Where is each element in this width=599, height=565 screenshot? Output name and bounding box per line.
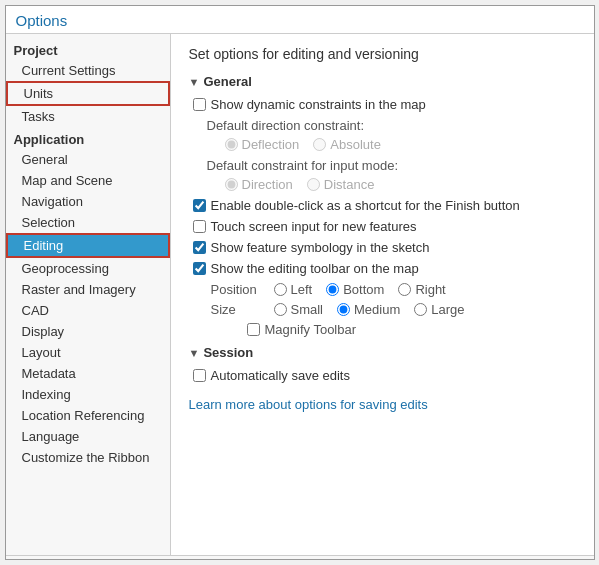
direction-mode-label: Direction bbox=[242, 177, 293, 192]
size-small-text: Small bbox=[291, 302, 324, 317]
distance-radio[interactable] bbox=[307, 178, 320, 191]
dialog-titlebar: Options bbox=[6, 6, 594, 34]
deflection-radio[interactable] bbox=[225, 138, 238, 151]
absolute-radio[interactable] bbox=[313, 138, 326, 151]
learn-more-link[interactable]: Learn more about options for saving edit… bbox=[189, 397, 428, 412]
show-dynamic-constraints-label[interactable]: Show dynamic constraints in the map bbox=[211, 97, 426, 112]
sidebar-item-language[interactable]: Language bbox=[6, 426, 170, 447]
direction-radio-group: Deflection Absolute bbox=[189, 137, 576, 152]
sidebar-item-geoprocessing[interactable]: Geoprocessing bbox=[6, 258, 170, 279]
session-collapse-arrow: ▼ bbox=[189, 347, 200, 359]
sidebar-item-editing[interactable]: Editing bbox=[6, 233, 170, 258]
touch-screen-row: Touch screen input for new features bbox=[189, 219, 576, 234]
dialog-body: Project Current Settings Units Tasks App… bbox=[6, 34, 594, 555]
enable-double-click-label[interactable]: Enable double-click as a shortcut for th… bbox=[211, 198, 520, 213]
position-right-radio[interactable] bbox=[398, 283, 411, 296]
sidebar-item-map-and-scene[interactable]: Map and Scene bbox=[6, 170, 170, 191]
position-bottom-radio[interactable] bbox=[326, 283, 339, 296]
auto-save-row: Automatically save edits bbox=[189, 368, 576, 383]
sidebar-item-display[interactable]: Display bbox=[6, 321, 170, 342]
general-section-header[interactable]: ▼ General bbox=[189, 74, 576, 89]
dialog-footer bbox=[6, 555, 594, 559]
position-left-text: Left bbox=[291, 282, 313, 297]
deflection-radio-label[interactable]: Deflection bbox=[225, 137, 300, 152]
absolute-label: Absolute bbox=[330, 137, 381, 152]
default-direction-label: Default direction constraint: bbox=[189, 118, 576, 133]
session-section-header[interactable]: ▼ Session bbox=[189, 345, 576, 360]
magnify-toolbar-row: Magnify Toolbar bbox=[189, 322, 576, 337]
general-collapse-arrow: ▼ bbox=[189, 76, 200, 88]
session-section-label: Session bbox=[203, 345, 253, 360]
position-bottom-label[interactable]: Bottom bbox=[326, 282, 384, 297]
sidebar-item-selection[interactable]: Selection bbox=[6, 212, 170, 233]
size-medium-label[interactable]: Medium bbox=[337, 302, 400, 317]
sidebar-item-general[interactable]: General bbox=[6, 149, 170, 170]
sidebar: Project Current Settings Units Tasks App… bbox=[6, 34, 171, 555]
distance-label: Distance bbox=[324, 177, 375, 192]
direction-mode-radio[interactable] bbox=[225, 178, 238, 191]
deflection-label: Deflection bbox=[242, 137, 300, 152]
position-options: Left Bottom Right bbox=[274, 282, 446, 297]
magnify-toolbar-checkbox[interactable] bbox=[247, 323, 260, 336]
sidebar-item-layout[interactable]: Layout bbox=[6, 342, 170, 363]
show-editing-toolbar-checkbox[interactable] bbox=[193, 262, 206, 275]
sidebar-item-metadata[interactable]: Metadata bbox=[6, 363, 170, 384]
show-feature-symbology-checkbox[interactable] bbox=[193, 241, 206, 254]
show-feature-symbology-row: Show feature symbology in the sketch bbox=[189, 240, 576, 255]
input-mode-radio-group: Direction Distance bbox=[189, 177, 576, 192]
size-large-radio[interactable] bbox=[414, 303, 427, 316]
distance-radio-label[interactable]: Distance bbox=[307, 177, 375, 192]
auto-save-label[interactable]: Automatically save edits bbox=[211, 368, 350, 383]
magnify-toolbar-label[interactable]: Magnify Toolbar bbox=[265, 322, 357, 337]
touch-screen-checkbox[interactable] bbox=[193, 220, 206, 233]
general-section-label: General bbox=[203, 74, 251, 89]
direction-mode-radio-label[interactable]: Direction bbox=[225, 177, 293, 192]
sidebar-group-project: Project bbox=[6, 38, 170, 60]
sidebar-item-cad[interactable]: CAD bbox=[6, 300, 170, 321]
position-right-label[interactable]: Right bbox=[398, 282, 445, 297]
sidebar-item-units[interactable]: Units bbox=[6, 81, 170, 106]
absolute-radio-label[interactable]: Absolute bbox=[313, 137, 381, 152]
content-panel: Set options for editing and versioning ▼… bbox=[171, 34, 594, 555]
sidebar-group-application: Application bbox=[6, 127, 170, 149]
sidebar-item-indexing[interactable]: Indexing bbox=[6, 384, 170, 405]
sidebar-item-customize-ribbon[interactable]: Customize the Ribbon bbox=[6, 447, 170, 468]
size-small-radio[interactable] bbox=[274, 303, 287, 316]
position-row: Position Left Bottom Right bbox=[189, 282, 576, 297]
position-left-label[interactable]: Left bbox=[274, 282, 313, 297]
sidebar-item-tasks[interactable]: Tasks bbox=[6, 106, 170, 127]
touch-screen-label[interactable]: Touch screen input for new features bbox=[211, 219, 417, 234]
enable-double-click-row: Enable double-click as a shortcut for th… bbox=[189, 198, 576, 213]
sidebar-item-navigation[interactable]: Navigation bbox=[6, 191, 170, 212]
show-dynamic-constraints-checkbox[interactable] bbox=[193, 98, 206, 111]
size-large-label[interactable]: Large bbox=[414, 302, 464, 317]
auto-save-checkbox[interactable] bbox=[193, 369, 206, 382]
size-medium-radio[interactable] bbox=[337, 303, 350, 316]
sidebar-item-raster-and-imagery[interactable]: Raster and Imagery bbox=[6, 279, 170, 300]
content-title: Set options for editing and versioning bbox=[189, 46, 576, 62]
sidebar-item-location-referencing[interactable]: Location Referencing bbox=[6, 405, 170, 426]
size-row: Size Small Medium Large bbox=[189, 302, 576, 317]
enable-double-click-checkbox[interactable] bbox=[193, 199, 206, 212]
default-input-label: Default constraint for input mode: bbox=[189, 158, 576, 173]
dialog-title: Options bbox=[16, 12, 584, 29]
size-label: Size bbox=[211, 302, 266, 317]
size-small-label[interactable]: Small bbox=[274, 302, 324, 317]
show-editing-toolbar-label[interactable]: Show the editing toolbar on the map bbox=[211, 261, 419, 276]
show-editing-toolbar-row: Show the editing toolbar on the map bbox=[189, 261, 576, 276]
options-dialog: Options Project Current Settings Units T… bbox=[5, 5, 595, 560]
sidebar-item-current-settings[interactable]: Current Settings bbox=[6, 60, 170, 81]
position-bottom-text: Bottom bbox=[343, 282, 384, 297]
position-left-radio[interactable] bbox=[274, 283, 287, 296]
position-right-text: Right bbox=[415, 282, 445, 297]
size-large-text: Large bbox=[431, 302, 464, 317]
size-options: Small Medium Large bbox=[274, 302, 465, 317]
show-dynamic-constraints-row: Show dynamic constraints in the map bbox=[189, 97, 576, 112]
position-label: Position bbox=[211, 282, 266, 297]
show-feature-symbology-label[interactable]: Show feature symbology in the sketch bbox=[211, 240, 430, 255]
size-medium-text: Medium bbox=[354, 302, 400, 317]
